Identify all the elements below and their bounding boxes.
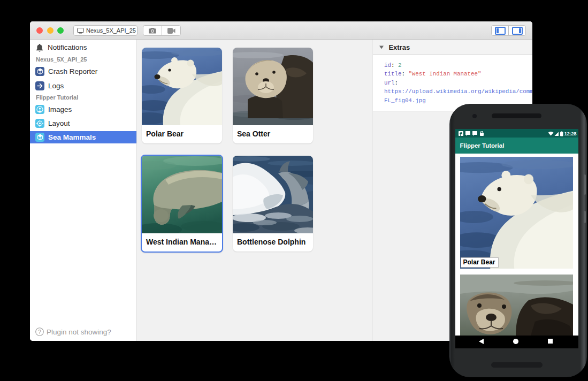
svg-text:?: ? xyxy=(38,329,41,335)
